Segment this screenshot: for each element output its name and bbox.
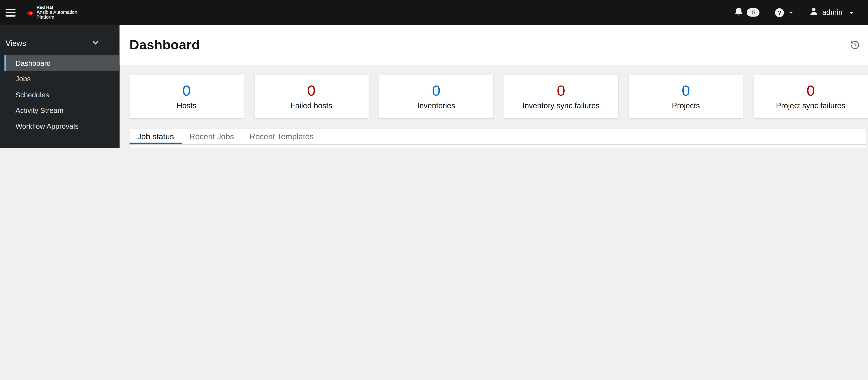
summary-card-inventories[interactable]: 0Inventories [379,75,493,118]
card-label: Projects [672,101,700,110]
summary-card-project-sync-failures[interactable]: 0Project sync failures [754,75,868,118]
sidebar-item-dashboard[interactable]: Dashboard [4,55,120,71]
app-window: Red Hat Ansible Automation Platform 0 ? [0,0,868,148]
chevron-down-icon [93,39,98,44]
brand-text: Red Hat Ansible Automation Platform [37,5,77,19]
card-count-link[interactable]: 0 [806,83,815,98]
brand-line-3: Platform [37,14,77,19]
card-count-link[interactable]: 0 [307,83,316,98]
sidebar-item-schedules[interactable]: Schedules [0,87,120,103]
sidebar-item-jobs[interactable]: Jobs [0,71,120,87]
summary-card-inventory-sync-failures[interactable]: 0Inventory sync failures [504,75,618,118]
nav-toggle-button[interactable] [6,9,16,16]
user-menu-label[interactable]: admin [822,8,843,17]
sidebar-group-items: DashboardJobsSchedulesActivity StreamWor… [0,55,120,134]
brand-line-2: Ansible Automation [37,10,77,14]
brand-logo[interactable]: Red Hat Ansible Automation Platform [27,5,77,19]
history-icon[interactable] [850,40,860,50]
tab-job-status[interactable]: Job status [129,129,182,144]
sidebar-group-views[interactable]: Views [0,35,120,50]
bell-icon[interactable] [735,7,743,18]
help-caret-down-icon[interactable] [789,11,794,13]
card-label: Hosts [177,101,196,110]
summary-card-failed-hosts[interactable]: 0Failed hosts [254,75,368,118]
sidebar-group-resources[interactable]: Resources [0,146,120,148]
card-count-link[interactable]: 0 [432,83,440,98]
redhat-fedora-icon [27,10,34,15]
masthead-toolbar: 0 ? admin [735,7,868,18]
sidebar-item-workflow-approvals[interactable]: Workflow Approvals [0,118,120,134]
user-icon [810,7,818,18]
user-caret-down-icon[interactable] [849,11,854,13]
card-count-link[interactable]: 0 [183,83,191,98]
tab-recent-jobs[interactable]: Recent Jobs [182,129,242,144]
tab-recent-templates[interactable]: Recent Templates [242,129,321,144]
card-label: Failed hosts [290,101,332,110]
page-header: Dashboard [120,25,868,65]
masthead: Red Hat Ansible Automation Platform 0 ? [0,0,868,25]
content: 0Hosts0Failed hosts0Inventories0Inventor… [120,65,868,148]
card-label: Project sync failures [776,101,845,110]
summary-card-hosts[interactable]: 0Hosts [129,75,244,118]
notifications-count-badge[interactable]: 0 [747,8,760,17]
sidebar-section-resources: ResourcesTemplatesCredentialsProjectsInv… [0,146,120,148]
sidebar-section-views: ViewsDashboardJobsSchedulesActivity Stre… [0,35,120,134]
page-title: Dashboard [129,37,200,53]
summary-cards-row: 0Hosts0Failed hosts0Inventories0Inventor… [129,75,868,118]
help-icon[interactable]: ? [775,8,784,17]
dashboard-graph-panel: Job statusRecent JobsRecent Templates Pa… [129,129,865,148]
sidebar-item-activity-stream[interactable]: Activity Stream [0,103,120,118]
tabs: Job statusRecent JobsRecent Templates [129,129,865,145]
card-label: Inventory sync failures [522,101,599,110]
card-count-link[interactable]: 0 [557,83,565,98]
summary-card-projects[interactable]: 0Projects [629,75,743,118]
main-area: Dashboard 0Hosts0Failed hosts0Inventorie… [120,25,868,148]
card-count-link[interactable]: 0 [682,83,690,98]
sidebar-group-label: Views [6,38,26,47]
card-label: Inventories [417,101,455,110]
sidebar-nav: ViewsDashboardJobsSchedulesActivity Stre… [0,25,120,148]
